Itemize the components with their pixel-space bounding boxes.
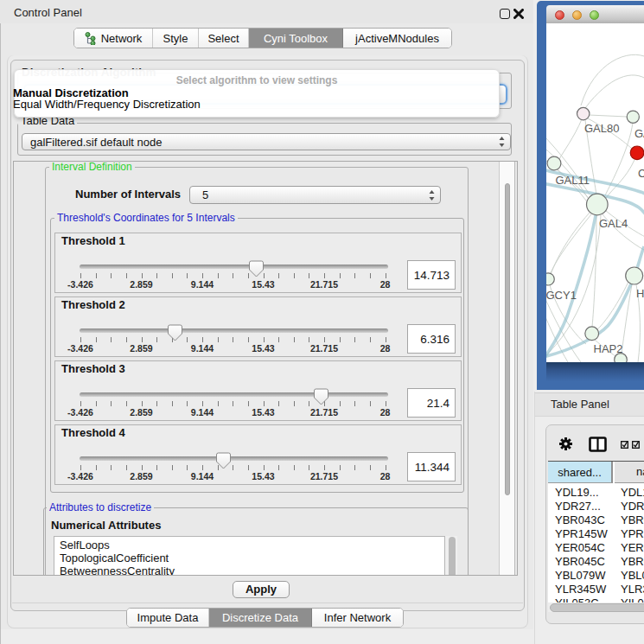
svg-text:GCY1: GCY1 bbox=[546, 289, 577, 302]
svg-text:GA: GA bbox=[634, 127, 644, 140]
svg-text:GAL4: GAL4 bbox=[599, 217, 628, 230]
svg-text:GAL11: GAL11 bbox=[556, 174, 590, 187]
svg-text:GAL80: GAL80 bbox=[584, 122, 619, 135]
svg-text:C: C bbox=[638, 167, 644, 180]
svg-text:HAP2: HAP2 bbox=[594, 342, 623, 355]
svg-text:H: H bbox=[636, 287, 644, 300]
